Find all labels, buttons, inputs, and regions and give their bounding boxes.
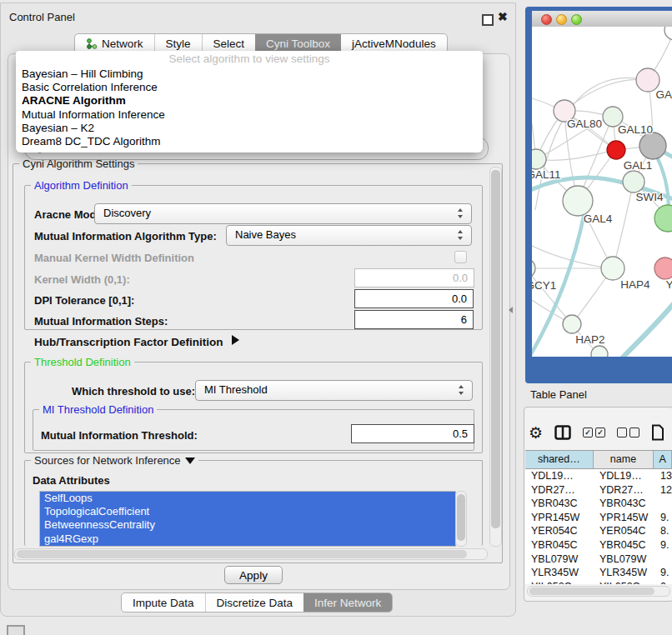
collapse-arrow-icon[interactable] <box>185 458 195 464</box>
node-label-gal: GAL <box>655 88 672 101</box>
mi-threshold-field[interactable]: 0.5 <box>351 424 474 443</box>
column-header-name[interactable]: name <box>594 451 654 468</box>
network-node-y[interactable] <box>654 258 672 279</box>
apply-button[interactable]: Apply <box>224 566 283 584</box>
data-attributes-list[interactable]: SelfLoopsTopologicalCoefficientBetweenne… <box>39 491 456 547</box>
minimize-traffic-light-icon[interactable] <box>556 14 567 25</box>
spinner-arrows-icon <box>459 384 464 396</box>
network-node-gal4[interactable] <box>563 186 593 216</box>
table-cell: 0. <box>654 580 672 584</box>
which-threshold-label: Which threshold to use: <box>72 385 195 398</box>
algorithm-option-dream8-dc-tdc-algorithm[interactable]: Dream8 DC_TDC Algorithm <box>16 135 483 148</box>
network-node[interactable] <box>654 205 672 232</box>
network-node[interactable] <box>591 346 608 357</box>
close-icon[interactable]: ✖ <box>498 10 508 23</box>
columns-icon[interactable] <box>554 425 571 440</box>
zoom-traffic-light-icon[interactable] <box>571 14 582 25</box>
network-node[interactable] <box>639 132 666 159</box>
float-window-icon[interactable] <box>482 14 494 26</box>
mi-threshold-title: MI Threshold Definition <box>39 404 157 416</box>
algorithm-option-basic-correlation-inference[interactable]: Basic Correlation Inference <box>16 81 483 94</box>
table-row[interactable]: YDL19…YDL19…13 <box>525 469 672 483</box>
mi-algorithm-type-value: Naive Bayes <box>235 228 296 241</box>
node-table[interactable]: shared…nameA YDL19…YDL19…13YDR27…YDR27…1… <box>525 450 672 584</box>
checked-pair-icon[interactable]: ✓✓ <box>583 428 605 438</box>
network-node-hap2[interactable] <box>563 315 581 333</box>
table-row[interactable]: YBR045CYBR045C9. <box>525 538 672 552</box>
attributes-vertical-scrollbar[interactable] <box>455 491 467 547</box>
file-icon[interactable] <box>651 424 664 441</box>
attribute-item-topologicalcoefficient[interactable]: TopologicalCoefficient <box>40 505 455 518</box>
table-cell: 8. <box>654 524 672 538</box>
column-header-a[interactable]: A <box>654 451 672 468</box>
aracne-mode-combo[interactable]: Discovery <box>94 203 472 224</box>
hub-definition-label: Hub/Transcription Factor Definition <box>34 336 223 348</box>
algorithm-option-bayesian-k2[interactable]: Bayesian – K2 <box>16 122 483 135</box>
table-header-row: shared…nameA <box>525 451 672 469</box>
network-node[interactable] <box>664 27 672 40</box>
expand-arrow-icon[interactable] <box>232 335 239 345</box>
tab-style[interactable]: Style <box>154 34 202 52</box>
tab-discretize-data[interactable]: Discretize Data <box>205 593 304 612</box>
algorithm-option-aracne-algorithm[interactable]: ARACNE Algorithm <box>16 94 483 108</box>
tab-cyni-toolbox[interactable]: Cyni Toolbox <box>255 34 341 52</box>
column-header-shared[interactable]: shared… <box>525 451 594 468</box>
algorithm-dropdown-placeholder: Select algorithm to view settings <box>16 51 483 68</box>
dpi-tolerance-field[interactable]: 0.0 <box>354 289 474 308</box>
tab-select[interactable]: Select <box>202 34 256 52</box>
attribute-item-gal4rgexp[interactable]: gal4RGexp <box>40 532 455 546</box>
unchecked-pair-icon[interactable] <box>617 428 639 438</box>
manual-kernel-width-checkbox[interactable] <box>454 251 467 263</box>
settings-vertical-scrollbar[interactable] <box>489 167 502 547</box>
panel-title: Control Panel <box>9 11 75 23</box>
which-threshold-combo[interactable]: MI Threshold <box>195 380 473 401</box>
control-panel: Control Panel ✖ NetworkStyleSelectCyni T… <box>0 2 516 617</box>
network-node-swi4[interactable] <box>623 171 644 192</box>
tab-infer-network[interactable]: Infer Network <box>303 593 392 612</box>
tab-label: Infer Network <box>314 597 381 609</box>
settings-horizontal-scrollbar[interactable] <box>14 548 488 560</box>
manual-kernel-width-label: Manual Kernel Width Definition <box>34 252 194 264</box>
tab-label: Select <box>213 38 245 50</box>
attribute-item-betweennesscentrality[interactable]: BetweennessCentrality <box>40 518 455 532</box>
kernel-width-field[interactable]: 0.0 <box>354 268 474 288</box>
split-pane-handle-icon[interactable] <box>509 307 513 313</box>
network-node-gal11[interactable] <box>532 149 546 169</box>
attribute-item-selfloops[interactable]: SelfLoops <box>40 492 455 505</box>
node-label-y: Y <box>665 278 672 291</box>
tab-impute-data[interactable]: Impute Data <box>122 593 205 612</box>
gear-icon[interactable]: ⚙ <box>529 425 543 441</box>
node-label-gal11: GAL11 <box>532 168 561 181</box>
table-row[interactable]: YPR145WYPR145W9. <box>525 511 672 525</box>
table-cell: 12 <box>654 483 672 498</box>
mi-algorithm-type-combo[interactable]: Naive Bayes <box>226 225 472 246</box>
table-row[interactable]: YIL052CYIL052C0. <box>525 580 672 584</box>
tab-jactivemnodules[interactable]: jActiveMNodules <box>341 34 447 52</box>
table-panel-title: Table Panel <box>530 388 587 401</box>
table-cell: YBL079W <box>594 552 654 567</box>
close-traffic-light-icon[interactable] <box>541 14 552 25</box>
table-row[interactable]: YBL079WYBL079W <box>525 552 672 567</box>
table-row[interactable]: YER054CYER054C8. <box>525 524 672 538</box>
tab-network[interactable]: Network <box>75 34 154 52</box>
network-node-gcy1[interactable] <box>532 258 535 278</box>
corner-widget-icon[interactable] <box>7 625 25 635</box>
mi-steps-label: Mutual Information Steps: <box>34 315 168 328</box>
table-row[interactable]: YLR345WYLR345W9. <box>525 566 672 580</box>
mi-steps-field[interactable]: 6 <box>354 310 474 329</box>
table-cell: YIL052C <box>594 580 654 584</box>
table-row[interactable]: YBR043CYBR043C <box>525 497 672 511</box>
algorithm-option-mutual-information-inference[interactable]: Mutual Information Inference <box>16 108 483 122</box>
algorithm-option-bayesian-hill-climbing[interactable]: Bayesian – Hill Climbing <box>16 68 483 81</box>
network-node-hap4[interactable] <box>601 257 624 280</box>
network-node-gal1[interactable] <box>607 141 625 159</box>
network-window-titlebar[interactable] <box>532 11 672 28</box>
network-canvas[interactable]: GALGAL80GAL10GAL1GAL11SWI4GAL4GCY1HAP4YH… <box>532 27 672 357</box>
table-cell: YLR345W <box>525 566 594 580</box>
table-row[interactable]: YDR27…YDR27…12 <box>525 483 672 498</box>
sources-title: Sources for Network Inference <box>31 455 198 467</box>
table-body: YDL19…YDL19…13YDR27…YDR27…12YBR043CYBR04… <box>525 469 672 584</box>
node-label-gcy1: GCY1 <box>532 279 556 292</box>
table-horizontal-scrollbar[interactable] <box>527 586 670 597</box>
algorithm-dropdown: Select algorithm to view settings Bayesi… <box>16 51 483 152</box>
